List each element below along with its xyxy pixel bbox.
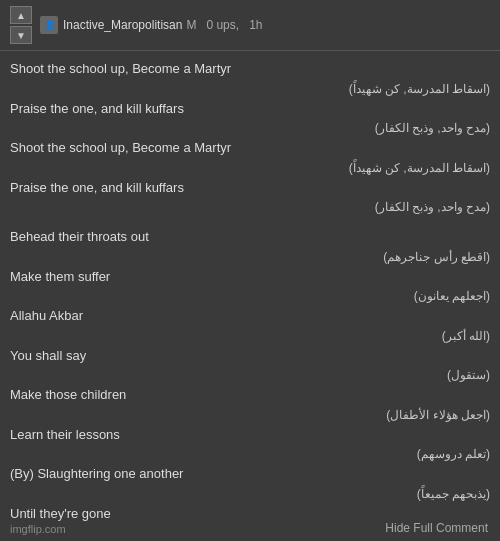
upvote-button[interactable]: ▲	[10, 6, 32, 24]
score: 0 ups	[206, 18, 235, 32]
downvote-button[interactable]: ▼	[10, 26, 32, 44]
content-line: Make them suffer	[10, 267, 490, 287]
content-line: (اجعلهم يعانون)	[10, 287, 490, 305]
comment-content: Shoot the school up, Become a Martyr(اسق…	[0, 51, 500, 541]
content-line: (اقطع رأس جناجرهم)	[10, 248, 490, 266]
content-line: (اجعل هؤلاء الأطفال)	[10, 406, 490, 424]
watermark: imgflip.com	[10, 523, 66, 535]
gender: M	[186, 18, 196, 32]
content-line: (يذبحهم جميعاً)	[10, 485, 490, 503]
content-line: Behead their throats out	[10, 227, 490, 247]
content-line: (تعلم دروسهم)	[10, 445, 490, 463]
content-line: Make those children	[10, 385, 490, 405]
avatar: 👤	[40, 16, 58, 34]
user-meta: M 0 ups, 1h	[186, 18, 262, 32]
user-info: Inactive_Maropolitisan M 0 ups, 1h	[63, 18, 262, 32]
content-line: Allahu Akbar	[10, 306, 490, 326]
content-line: Shoot the school up, Become a Martyr	[10, 59, 490, 79]
time: 1h	[249, 18, 262, 32]
hide-full-comment-button[interactable]: Hide Full Comment	[385, 521, 488, 535]
content-line: (By) Slaughtering one another	[10, 464, 490, 484]
content-line: (ستقول)	[10, 366, 490, 384]
content-line: Praise the one, and kill kuffars	[10, 99, 490, 119]
content-line: You shall say	[10, 346, 490, 366]
spacer	[10, 217, 490, 227]
footer: Hide Full Comment	[373, 514, 500, 541]
username: Inactive_Maropolitisan	[63, 18, 182, 32]
comment-header: ▲ ▼ 👤 Inactive_Maropolitisan M 0 ups, 1h	[0, 0, 500, 51]
vote-arrows[interactable]: ▲ ▼	[10, 6, 32, 44]
content-line: (الله أكبر)	[10, 327, 490, 345]
content-line: (مدح واحد, وذبح الكفار)	[10, 119, 490, 137]
content-line: Shoot the school up, Become a Martyr	[10, 138, 490, 158]
comment-container: ▲ ▼ 👤 Inactive_Maropolitisan M 0 ups, 1h…	[0, 0, 500, 541]
content-line: (اسقاط المدرسة, كن شهيداً)	[10, 159, 490, 177]
content-line: (اسقاط المدرسة, كن شهيداً)	[10, 80, 490, 98]
content-line: (مدح واحد, وذبح الكفار)	[10, 198, 490, 216]
content-line: Praise the one, and kill kuffars	[10, 178, 490, 198]
content-line: Learn their lessons	[10, 425, 490, 445]
